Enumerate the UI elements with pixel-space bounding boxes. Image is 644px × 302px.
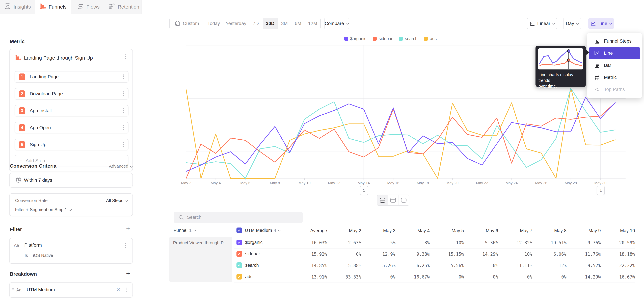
- menu-item-bar[interactable]: Bar: [589, 59, 640, 71]
- breakdown-column-header[interactable]: ✓UTM Medium4: [236, 228, 280, 233]
- menu-item-metric[interactable]: Metric: [589, 71, 640, 84]
- table-row-search[interactable]: ✓search: [236, 262, 259, 268]
- series-checkbox[interactable]: ✓: [236, 274, 242, 280]
- chevron-down-icon: [125, 199, 128, 202]
- step-kebab-menu[interactable]: [122, 107, 126, 115]
- tab-funnels[interactable]: Funnels: [36, 0, 71, 14]
- filter-operator[interactable]: Is: [25, 253, 28, 258]
- series-checkbox[interactable]: ✓: [236, 240, 242, 245]
- search-input[interactable]: [187, 214, 288, 220]
- granularity-dropdown[interactable]: Day: [563, 18, 581, 29]
- add-filter-button[interactable]: +: [126, 226, 130, 231]
- x-axis-label: May 10: [298, 181, 310, 185]
- menu-item-line[interactable]: Line: [589, 47, 640, 59]
- tab-insights[interactable]: Insights: [0, 0, 36, 14]
- legend-item[interactable]: sidebar: [373, 36, 392, 41]
- compare-button[interactable]: Compare: [324, 18, 349, 29]
- column-header-may-5: May 5: [432, 228, 464, 234]
- data-value: 5.26%: [364, 263, 396, 268]
- series-name: sidebar: [245, 251, 260, 256]
- drag-handle-icon[interactable]: [11, 288, 14, 292]
- add-breakdown-button[interactable]: +: [126, 271, 130, 276]
- funnel-step-row[interactable]: 3App Install: [14, 105, 128, 116]
- table-row-sidebar[interactable]: ✓sidebar: [236, 251, 260, 257]
- series-search[interactable]: [186, 88, 615, 178]
- step-kebab-menu[interactable]: [122, 73, 126, 81]
- annotation-badge[interactable]: 1: [360, 186, 368, 195]
- scale-dropdown[interactable]: Linear: [527, 18, 557, 29]
- date-range-3m[interactable]: 3M: [278, 18, 291, 29]
- column-header-may-10: May 10: [603, 228, 635, 234]
- filter-segment-dropdown[interactable]: Filter + Segment on Step 1: [15, 207, 71, 212]
- layout-split-view-button[interactable]: [377, 195, 388, 205]
- data-value: 8%: [398, 240, 430, 245]
- step-number-badge: 4: [18, 124, 25, 131]
- compare-label: Compare: [325, 21, 344, 26]
- date-range-6m[interactable]: 6M: [291, 18, 305, 29]
- date-range-yesterday[interactable]: Yesterday: [223, 18, 249, 29]
- legend-item[interactable]: search: [399, 36, 418, 41]
- layout-table-only-button[interactable]: [398, 195, 409, 205]
- average-value: 14.85%: [295, 263, 327, 268]
- step-kebab-menu[interactable]: [122, 140, 126, 149]
- chevron-down-icon: [552, 22, 555, 24]
- step-kebab-menu[interactable]: [122, 90, 126, 98]
- series-name: ads: [245, 274, 252, 279]
- top-paths-icon: [594, 86, 600, 92]
- legend-item[interactable]: ads: [424, 36, 436, 41]
- line-chart-tooltip: Line charts display trends over time.: [536, 46, 586, 87]
- data-value: 11.76%: [569, 252, 601, 257]
- query-sidebar: Metric Landing Page through Sign Up 1Lan…: [0, 14, 142, 302]
- series-sidebar[interactable]: [186, 103, 615, 178]
- breakdown-property-label[interactable]: UTM Medium: [27, 287, 55, 292]
- step-number-badge: 5: [18, 141, 25, 148]
- funnel-step-row[interactable]: 1Landing Page: [14, 71, 128, 82]
- date-range-30d[interactable]: 30D: [263, 18, 278, 29]
- tab-flows[interactable]: Flows: [71, 0, 106, 14]
- data-value: 0%: [535, 274, 566, 280]
- funnel-step-row[interactable]: 2Download Page: [14, 88, 128, 100]
- table-row-organic[interactable]: ✓$organic: [236, 240, 263, 245]
- column-header-may-4: May 4: [398, 228, 430, 234]
- tab-retention[interactable]: Retention: [106, 0, 142, 14]
- funnel-step-row[interactable]: 4App Open: [14, 122, 128, 134]
- data-value: 5.56%: [432, 263, 464, 268]
- series-organic[interactable]: [186, 97, 615, 171]
- all-steps-dropdown[interactable]: All Steps: [106, 198, 128, 203]
- funnel-column-header[interactable]: Funnel1: [174, 228, 196, 233]
- select-all-checkbox[interactable]: ✓: [236, 228, 242, 233]
- date-range-7d[interactable]: 7D: [249, 18, 263, 29]
- date-range-custom[interactable]: Custom: [170, 18, 204, 29]
- date-range-today[interactable]: Today: [204, 18, 223, 29]
- data-value: 18.18%: [603, 252, 635, 257]
- funnel-header-count: 1: [189, 228, 192, 233]
- step-kebab-menu[interactable]: [122, 124, 126, 132]
- series-checkbox[interactable]: ✓: [236, 251, 242, 257]
- filter-kebab-menu[interactable]: [123, 242, 128, 250]
- legend-item[interactable]: $organic: [344, 36, 366, 41]
- step-label: App Open: [30, 125, 122, 130]
- table-row-ads[interactable]: ✓ads: [236, 274, 252, 280]
- filter-property-label[interactable]: Platform: [24, 242, 42, 248]
- breakdown-kebab-menu[interactable]: [124, 286, 128, 294]
- column-header-may-7: May 7: [500, 228, 532, 234]
- menu-item-label: Metric: [604, 75, 617, 80]
- series-ads[interactable]: [186, 88, 615, 178]
- x-axis-label: May 4: [211, 181, 221, 185]
- advanced-dropdown[interactable]: Advanced: [100, 164, 132, 169]
- date-range-12m[interactable]: 12M: [305, 18, 320, 29]
- conversion-window-card[interactable]: Within 7 days: [9, 173, 133, 188]
- remove-breakdown-icon[interactable]: ✕: [116, 287, 120, 292]
- clock-icon: [15, 177, 22, 184]
- menu-item-funnel-steps[interactable]: Funnel Steps: [589, 35, 640, 47]
- filter-value[interactable]: iOS Native: [33, 253, 53, 258]
- data-value: 5.88%: [330, 263, 361, 268]
- layout-chart-only-button[interactable]: [388, 195, 398, 205]
- chart-type-dropdown[interactable]: Line: [588, 18, 614, 29]
- tooltip-mini-chart: [538, 48, 583, 70]
- funnel-step-row[interactable]: 5Sign Up: [14, 139, 128, 150]
- series-checkbox[interactable]: ✓: [236, 262, 242, 268]
- metric-kebab-menu[interactable]: [124, 53, 128, 61]
- annotation-badge[interactable]: 1: [597, 186, 605, 195]
- date-range-label: 12M: [308, 21, 317, 26]
